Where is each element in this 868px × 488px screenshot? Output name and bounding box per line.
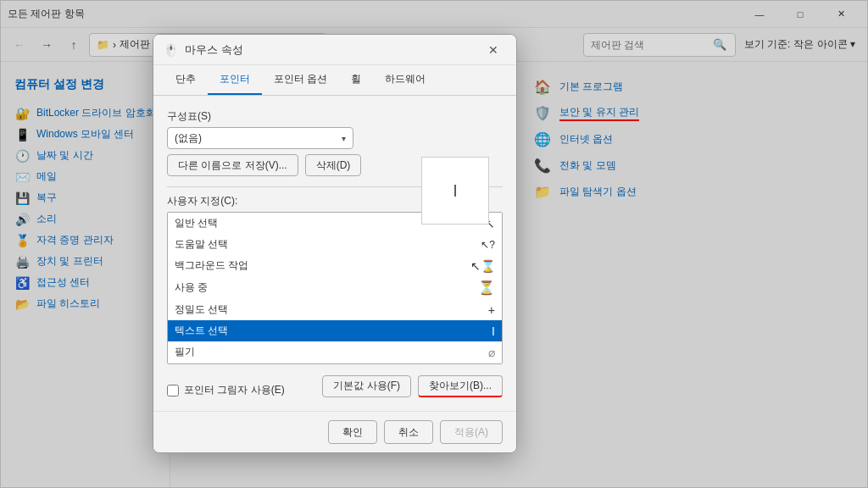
cursor-background-icon: ↖⌛ <box>470 259 495 273</box>
cursor-label: 사용 중 <box>175 280 208 295</box>
listbox-item-busy[interactable]: 사용 중 ⏳ <box>168 276 502 299</box>
right-buttons: 기본값 사용(F) 찾아보기(B)... <box>322 375 503 397</box>
cursor-label: 백그라운드 작업 <box>175 258 248 273</box>
cursor-help-icon: ↖? <box>481 239 495 251</box>
checkbox-row: 포인터 그림자 사용(E) <box>167 383 285 397</box>
dialog-title-bar: 🖱️ 마우스 속성 ✕ <box>153 35 516 65</box>
save-scheme-button[interactable]: 다른 이름으로 저장(V)... <box>167 154 298 176</box>
delete-scheme-button[interactable]: 삭제(D) <box>305 154 362 176</box>
pointer-shadow-label: 포인터 그림자 사용(E) <box>184 383 285 397</box>
scheme-label: 구성표(S) <box>167 109 503 124</box>
pointer-shadow-checkbox[interactable] <box>167 385 179 396</box>
scheme-value: (없음) <box>175 131 202 146</box>
dialog-footer: 확인 취소 적용(A) <box>153 411 516 452</box>
tab-pointer[interactable]: 포인터 <box>208 65 262 95</box>
cursor-precision-icon: + <box>488 303 495 317</box>
tab-wheel[interactable]: 휠 <box>339 65 373 95</box>
ok-button[interactable]: 확인 <box>328 420 377 444</box>
tab-shortcuts[interactable]: 단추 <box>164 65 208 95</box>
dialog-overlay: 🖱️ 마우스 속성 ✕ 단추 포인터 포인터 옵션 휠 하드웨어 I 구성표(S… <box>0 0 868 488</box>
listbox-item-help[interactable]: 도움말 선택 ↖? <box>168 234 502 255</box>
dialog-content: I 구성표(S) (없음) ▾ 다른 이름으로 저장(V)... 삭제(D) <box>153 96 516 411</box>
listbox-item-pen[interactable]: 필기 ⌀ <box>168 341 502 363</box>
tab-pointer-options[interactable]: 포인터 옵션 <box>262 65 339 95</box>
mouse-properties-dialog: 🖱️ 마우스 속성 ✕ 단추 포인터 포인터 옵션 휠 하드웨어 I 구성표(S… <box>153 34 517 453</box>
cursor-busy-icon: ⏳ <box>478 280 495 296</box>
listbox-item-text[interactable]: 텍스트 선택 I <box>168 320 502 341</box>
listbox-item-precision[interactable]: 정밀도 선택 + <box>168 299 502 320</box>
scheme-row: (없음) ▾ <box>167 127 503 149</box>
dialog-body: I 구성표(S) (없음) ▾ 다른 이름으로 저장(V)... 삭제(D) <box>167 109 503 397</box>
bottom-row: 포인터 그림자 사용(E) 기본값 사용(F) 찾아보기(B)... <box>167 374 503 397</box>
dialog-mouse-icon: 🖱️ <box>164 43 178 57</box>
cursor-label: 정밀도 선택 <box>175 302 228 317</box>
tab-hardware[interactable]: 하드웨어 <box>373 65 437 95</box>
browse-button[interactable]: 찾아보기(B)... <box>418 375 503 397</box>
dialog-title: 마우스 속성 <box>185 42 481 58</box>
default-button[interactable]: 기본값 사용(F) <box>322 375 411 397</box>
cursor-pen-icon: ⌀ <box>488 346 495 359</box>
cursor-label: 텍스트 선택 <box>175 324 228 338</box>
cursor-label: 일반 선택 <box>175 216 218 230</box>
dialog-tabs: 단추 포인터 포인터 옵션 휠 하드웨어 <box>153 65 516 96</box>
cursor-text-icon: I <box>492 324 495 338</box>
apply-button[interactable]: 적용(A) <box>440 420 503 444</box>
dialog-close-button[interactable]: ✕ <box>481 38 506 62</box>
cancel-button[interactable]: 취소 <box>384 420 433 444</box>
cursor-label: 도움말 선택 <box>175 237 228 252</box>
scheme-select[interactable]: (없음) ▾ <box>167 127 353 149</box>
scheme-arrow-icon: ▾ <box>342 134 346 143</box>
cursor-listbox[interactable]: 일반 선택 ↖ 도움말 선택 ↖? 백그라운드 작업 ↖⌛ 사용 중 <box>167 212 503 364</box>
cursor-preview-icon: I <box>453 181 458 201</box>
listbox-item-background[interactable]: 백그라운드 작업 ↖⌛ <box>168 255 502 276</box>
cursor-preview-box: I <box>421 157 489 225</box>
listbox-item-unavailable[interactable]: 사용할 수 없음 ⛔ <box>168 363 502 364</box>
cursor-label: 필기 <box>175 345 195 359</box>
